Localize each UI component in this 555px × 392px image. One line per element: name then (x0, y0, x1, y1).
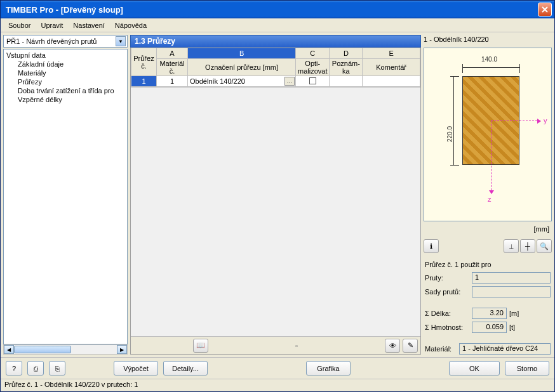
col-letter-b: B (188, 48, 296, 59)
export-button-2[interactable]: ⎘ (49, 361, 65, 376)
help-icon: ? (12, 365, 16, 372)
export-button-1[interactable]: ⎙ (27, 361, 44, 376)
preview-unit: [mm] (424, 224, 552, 234)
dim-width: 140.0 (481, 56, 497, 63)
tree-item-buckling-lengths[interactable]: Vzpěrné délky (5, 95, 126, 104)
left-panel: PŘ1 - Návrh dřevěných prutů ▼ Vstupní da… (3, 35, 128, 355)
col-header-material: Materiál č. (156, 59, 187, 76)
used-for-label: Průřez č. 1 použit pro (424, 258, 552, 270)
details-button[interactable]: Detaily... (163, 361, 208, 376)
axis-z-line (491, 121, 491, 193)
menu-help[interactable]: Nápověda (110, 20, 152, 30)
scroll-track[interactable] (14, 345, 117, 354)
eye-icon: 👁 (389, 342, 396, 350)
right-panel: 1 - Obdélník 140/220 140.0 220.0 y z (424, 35, 552, 355)
nav-tree[interactable]: Vstupní data Základní údaje Materiály Pr… (3, 49, 128, 344)
dot-icon: ▫ (295, 342, 298, 350)
mass-field: 0.059 (472, 322, 507, 333)
col-header-rownum: Průřez č. (131, 48, 157, 76)
col-header-note: Poznám- ka (330, 59, 363, 76)
cell-section-label-text: Obdélník 140/220 (190, 77, 245, 85)
window-title: TIMBER Pro - [Dřevěný sloup] (3, 5, 538, 15)
length-label: Σ Délka: (425, 310, 469, 317)
table-row[interactable]: 1 1 Obdélník 140/220 … (131, 76, 420, 87)
case-combobox[interactable]: PŘ1 - Návrh dřevěných prutů ▼ (3, 35, 128, 48)
chevron-down-icon: ▼ (116, 36, 126, 46)
close-button[interactable] (538, 3, 552, 16)
cell-material[interactable]: 1 (156, 76, 187, 87)
section-preview: 140.0 220.0 y z (424, 48, 552, 222)
library-button[interactable]: 📖 (193, 339, 208, 353)
cell-section-label[interactable]: Obdélník 140/220 … (188, 76, 296, 87)
section-title: 1.3 Průřezy (130, 35, 421, 48)
info-button[interactable]: ℹ (424, 239, 439, 253)
axis-z-label: z (488, 195, 491, 203)
preview-title: 1 - Obdélník 140/220 (424, 35, 552, 45)
axis-y-line (491, 121, 540, 121)
col-header-optimize: Opti- malizovat (296, 59, 330, 76)
tool-btn-1[interactable]: ⟂ (504, 239, 519, 253)
tree-item-load-duration[interactable]: Doba trvání zatížení a třída pro (5, 86, 126, 95)
sections-table[interactable]: Průřez č. A B C D E Materiál č. Označení… (131, 48, 420, 87)
scroll-left-icon[interactable]: ◀ (4, 345, 14, 354)
dim-height: 220.0 (446, 126, 453, 142)
grid-empty-area (131, 87, 420, 336)
col-header-label: Označení průřezu [mm] (188, 59, 296, 76)
center-panel: 1.3 Průřezy Průřez č. A B C D E Materiál… (130, 35, 421, 355)
pruty-field[interactable]: 1 (472, 272, 551, 284)
grid-wrapper: Průřez č. A B C D E Materiál č. Označení… (130, 48, 421, 355)
status-bar: Průřez č. 1 - Obdélník 140/220 v prutech… (1, 379, 554, 391)
view-button[interactable]: 👁 (385, 339, 400, 353)
export-icon-2: ⎘ (55, 365, 60, 372)
menu-bar: Soubor Upravit Nastavení Nápověda (1, 18, 554, 32)
scroll-right-icon[interactable]: ▶ (117, 345, 127, 354)
cell-optimize[interactable] (296, 76, 330, 87)
tree-item-materials[interactable]: Materiály (5, 69, 126, 77)
info-icon: ℹ (430, 242, 432, 251)
col-letter-a: A (156, 48, 187, 59)
help-button[interactable]: ? (6, 361, 22, 376)
mass-label: Σ Hmotnost: (425, 323, 469, 331)
tool-icon-1: ⟂ (509, 242, 514, 250)
case-combobox-text: PŘ1 - Návrh dřevěných prutů (5, 37, 116, 45)
book-icon: 📖 (196, 341, 205, 350)
tree-item-sections[interactable]: Průřezy (5, 77, 126, 86)
material-label: Materiál: (425, 345, 457, 353)
cell-comment[interactable] (363, 76, 420, 87)
search-icon: 🔍 (540, 242, 549, 251)
pick-button[interactable]: ✎ (403, 339, 418, 353)
bottom-bar: ? ⎙ ⎘ Výpočet Detaily... Grafika OK Stor… (1, 357, 554, 379)
menu-file[interactable]: Soubor (3, 20, 36, 30)
cancel-button[interactable]: Storno (505, 361, 549, 376)
tool-btn-3[interactable]: 🔍 (537, 239, 552, 253)
length-unit: [m] (509, 310, 522, 317)
sady-label: Sady prutů: (425, 288, 469, 296)
row-number[interactable]: 1 (131, 76, 157, 87)
calculate-button[interactable]: Výpočet (114, 361, 158, 376)
mass-unit: [t] (509, 323, 522, 331)
col-letter-c: C (296, 48, 330, 59)
checkbox-icon[interactable] (309, 77, 316, 84)
dim-line-top (462, 67, 519, 68)
app-window: TIMBER Pro - [Dřevěný sloup] Soubor Upra… (0, 0, 555, 392)
col-header-comment: Komentář (363, 59, 420, 76)
grid-toolbar: 📖 ▫ 👁 ✎ (131, 336, 420, 354)
ellipsis-button[interactable]: … (284, 77, 295, 86)
length-field: 3.20 (472, 308, 507, 319)
tree-item-basic-data[interactable]: Základní údaje (5, 60, 126, 69)
dim-line-left (453, 76, 454, 165)
tool-icon-2: ┼ (525, 242, 530, 250)
tree-h-scrollbar[interactable]: ◀ ▶ (3, 344, 128, 355)
col-letter-e: E (363, 48, 420, 59)
ok-button[interactable]: OK (449, 361, 500, 376)
cell-note[interactable] (330, 76, 363, 87)
tool-btn-2[interactable]: ┼ (520, 239, 535, 253)
material-field[interactable]: 1 - Jehličnaté dřevo C24 (459, 343, 551, 355)
scroll-thumb[interactable] (14, 346, 71, 353)
menu-edit[interactable]: Upravit (36, 20, 68, 30)
graphics-button[interactable]: Grafika (306, 361, 351, 376)
tree-root[interactable]: Vstupní data (5, 51, 126, 60)
sady-field[interactable] (472, 286, 551, 297)
export-icon-1: ⎙ (34, 365, 38, 372)
menu-settings[interactable]: Nastavení (68, 20, 110, 30)
